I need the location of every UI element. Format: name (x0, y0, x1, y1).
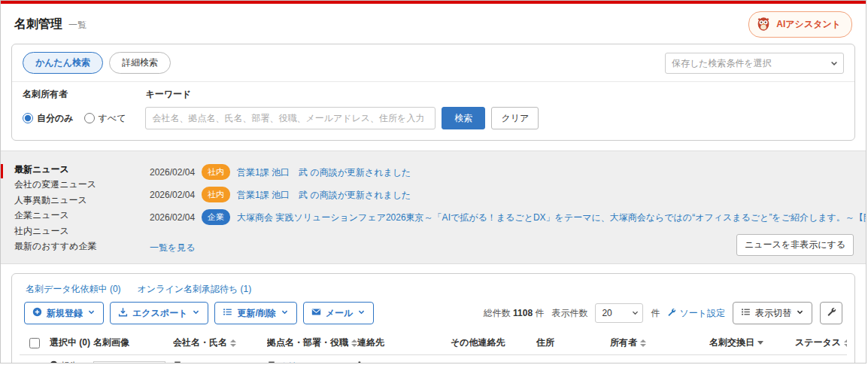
mail-button[interactable]: メール (303, 302, 375, 324)
building-icon (173, 360, 182, 363)
owner-label: 名刺所有者 (23, 88, 126, 101)
tab-simple-search[interactable]: かんたん検索 (23, 52, 103, 74)
col-site-dept-title[interactable]: 拠点名・部署・役職 (267, 336, 357, 349)
news-category-nav: 最新ニュース 会社の変遷ニュース 人事異動ニュース 企業ニュース 社内ニュース … (1, 162, 150, 263)
sort-both-icon (230, 339, 236, 347)
news-item: 2026/02/04 社内 営業1課 池口 武 の商談が更新されました (150, 187, 866, 202)
site-link[interactable]: 本社 (280, 360, 297, 363)
total-count-unit: 件 (535, 308, 544, 318)
chevron-down-icon (357, 308, 366, 318)
total-count-label: 総件数 (484, 308, 511, 318)
download-icon (118, 307, 128, 319)
chevron-down-icon (87, 308, 96, 318)
col-status[interactable]: ステータス (795, 336, 847, 349)
news-category-recommended[interactable]: 最新のおすすめ企業 (14, 239, 150, 254)
plus-circle-icon (50, 360, 58, 363)
owner-radio-self[interactable]: 自分のみ (23, 112, 74, 125)
news-link[interactable]: 営業1課 池口 武 の商談が更新されました (237, 166, 411, 179)
page-size-unit: 件 (651, 307, 660, 320)
page-size-select-wrap: 20 (595, 303, 643, 323)
digitization-pending-link[interactable]: 名刺データ化依頼中 (0) (26, 283, 121, 296)
news-view-all-link[interactable]: 一覧を見る (150, 242, 196, 254)
phone-link[interactable]: 03-1234-56x1 (370, 360, 423, 363)
tab-advanced-search[interactable]: 詳細検索 (109, 52, 171, 74)
search-button[interactable]: 検索 (442, 107, 485, 129)
owner-radio-all-input[interactable] (84, 113, 95, 123)
new-register-button[interactable]: 新規登録 (24, 302, 104, 324)
update-delete-button[interactable]: 更新/削除 (214, 302, 296, 324)
page-size-label: 表示件数 (551, 307, 587, 320)
col-company-name[interactable]: 会社名・氏名 (173, 336, 267, 349)
news-item: 2026/02/04 社内 営業1課 池口 武 の商談が更新されました (150, 164, 866, 180)
news-category-internal[interactable]: 社内ニュース (14, 224, 150, 239)
news-section: 最新ニュース 会社の変遷ニュース 人事異動ニュース 企業ニュース 社内ニュース … (1, 151, 866, 264)
report-action[interactable]: 報告 (50, 360, 93, 363)
page-size-select[interactable]: 20 (595, 303, 643, 323)
page-title: 名刺管理 (14, 17, 62, 32)
news-category-personnel[interactable]: 人事異動ニュース (14, 193, 150, 208)
sort-settings-link[interactable]: ソート設定 (667, 307, 725, 320)
company-link[interactable]: ハンモック (186, 360, 230, 363)
saved-conditions-select-wrap: 保存した検索条件を選択 (665, 53, 844, 74)
mail-icon (311, 307, 321, 319)
owner-radio-self-input[interactable] (23, 113, 33, 123)
wrench-icon (667, 308, 676, 319)
sort-both-icon (640, 339, 646, 347)
company-person-cell: ハンモック 山田 太朗 ヤマダ (173, 360, 267, 363)
col-exchange-date[interactable]: 名刺交換日 (709, 336, 795, 349)
col-selected: 選択中 (0) (50, 336, 90, 349)
owner-field: 名刺所有者 自分のみ すべて (23, 88, 126, 129)
news-category-company-history[interactable]: 会社の変遷ニュース (14, 177, 150, 192)
col-card-image: 名刺画像 (93, 336, 129, 349)
news-item: 2026/02/04 企業 大塚商会 実践ソリューションフェア2026東京～「A… (150, 209, 866, 225)
sort-both-icon (844, 339, 847, 347)
card-list-section: 名刺データ化依頼中 (0) オンライン名刺承認待ち (1) 新規登録 エクスポー… (11, 273, 855, 363)
chevron-down-icon (796, 308, 804, 318)
total-count-group: 総件数 1108 件 (484, 307, 545, 320)
owner-cell: 営業1課 課長 池… (610, 360, 709, 363)
news-category-latest[interactable]: 最新ニュース (14, 162, 150, 177)
news-category-corporate[interactable]: 企業ニュース (14, 208, 150, 223)
col-owner[interactable]: 所有者 (610, 336, 709, 349)
page-header: 名刺管理 一覧 AIアシスタント (1, 4, 866, 42)
hide-news-button[interactable]: ニュースを非表示にする (736, 234, 854, 256)
select-all-checkbox[interactable] (29, 338, 40, 348)
news-link[interactable]: 営業1課 池口 武 の商談が更新されました (237, 188, 411, 202)
news-date: 2026/02/04 (150, 166, 195, 179)
table-header-row: 選択中 (0) 名刺画像 会社名・氏名 拠点名・部署・役職 連絡先 その他連絡先… (20, 332, 847, 355)
exchange-date-cell: 2025/01/06 (709, 360, 795, 363)
building-icon (267, 360, 276, 363)
chevron-down-icon (192, 308, 200, 318)
news-badge-internal: 社内 (202, 164, 230, 180)
col-contact: 連絡先 (357, 336, 384, 349)
news-link[interactable]: 大塚商会 実践ソリューションフェア2026東京～「AIで拡がる！まるごとDX」を… (237, 211, 866, 224)
clear-button[interactable]: クリア (491, 107, 539, 129)
other-contact-cell: 03-1234-78x1 keitai-sanmple… (451, 360, 536, 363)
keyword-field: キーワード 検索 クリア (145, 88, 539, 129)
keyword-input[interactable] (145, 107, 436, 129)
settings-wrench-button[interactable] (820, 302, 842, 324)
row-actions: 報告 商談 タスク 編集 (50, 360, 93, 363)
owner-radio-all[interactable]: すべて (84, 112, 126, 125)
business-card-thumbnail[interactable]: HotProfile 本部長 山田 太朗 株式会社ハンモック Sample (93, 361, 165, 363)
page-subtitle: 一覧 (68, 19, 86, 32)
news-date: 2026/02/04 (150, 188, 195, 202)
saved-conditions-select[interactable]: 保存した検索条件を選択 (665, 53, 844, 74)
online-card-approval-link[interactable]: オンライン名刺承認待ち (1) (138, 283, 252, 296)
list-icon (741, 307, 751, 319)
news-date: 2026/02/04 (150, 211, 195, 224)
view-toggle-button[interactable]: 表示切替 (733, 302, 812, 324)
news-badge-internal: 社内 (202, 187, 230, 202)
col-address: 住所 (536, 336, 554, 349)
owl-icon (755, 15, 772, 34)
pending-links: 名刺データ化依頼中 (0) オンライン名刺承認待ち (1) (20, 281, 847, 302)
news-active-accent (1, 164, 3, 178)
plus-circle-icon (32, 307, 42, 319)
sort-both-icon (351, 339, 357, 347)
total-count-value: 1108 (513, 308, 533, 318)
address-cell: 〒171-0033 東京都豊島区高田3-… (536, 360, 610, 363)
list-toolbar: 新規登録 エクスポート 更新/削除 メール (20, 302, 847, 324)
ai-assistant-button[interactable]: AIアシスタント (748, 11, 852, 38)
col-other-contact: その他連絡先 (451, 336, 505, 349)
export-button[interactable]: エクスポート (110, 302, 208, 324)
